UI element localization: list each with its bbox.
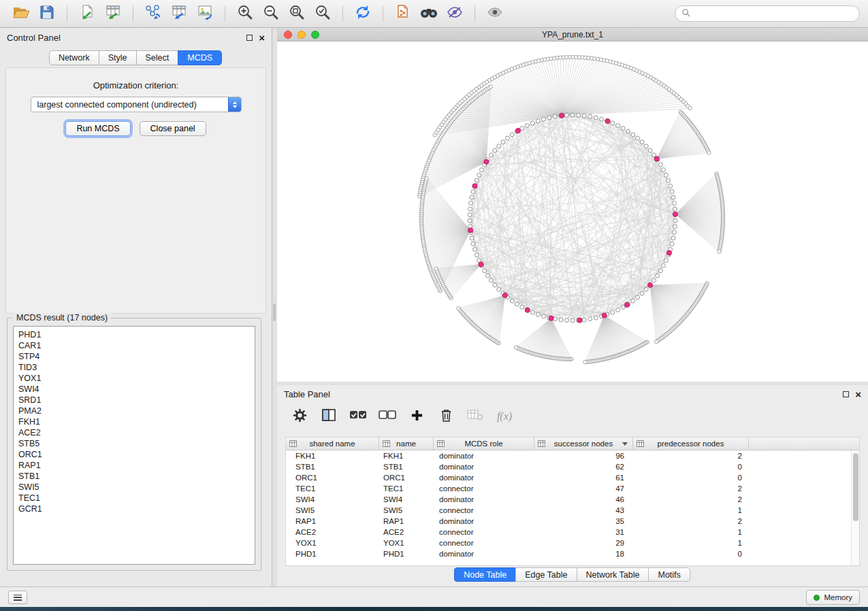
show-hide-button[interactable]: [483, 3, 507, 24]
import-file-button[interactable]: [76, 3, 99, 24]
status-menu-button[interactable]: [8, 591, 27, 604]
mcds-result-item[interactable]: SWI4: [18, 384, 250, 395]
tab-style[interactable]: Style: [99, 50, 137, 65]
open-file-button[interactable]: [10, 3, 33, 24]
column-header-predecessor-nodes[interactable]: predecessor nodes: [633, 437, 749, 450]
mcds-result-item[interactable]: TEC1: [18, 493, 250, 503]
mcds-result-list[interactable]: PHD1CAR1STP4TID3YOX1SWI4SRD1PMA2FKH1ACE2…: [13, 326, 255, 565]
function-builder-button[interactable]: f(x): [493, 406, 516, 427]
control-panel: Control Panel × Network Style Select MCD…: [0, 28, 272, 587]
column-header-shared-name[interactable]: shared name: [286, 437, 379, 450]
mcds-result-item[interactable]: YOX1: [18, 373, 250, 384]
mcds-result-item[interactable]: FKH1: [18, 416, 250, 427]
table-row[interactable]: FKH1FKH1dominator962: [286, 450, 859, 461]
table-row[interactable]: TEC1TEC1connector472: [286, 483, 859, 494]
gear-icon: [293, 408, 307, 425]
table-row[interactable]: STB1STB1dominator620: [286, 461, 859, 472]
minimize-window-button[interactable]: [298, 31, 306, 39]
control-panel-header: Control Panel ×: [0, 28, 272, 47]
table-row[interactable]: SWI4SWI4dominator462: [286, 494, 859, 505]
column-header-successor-nodes[interactable]: successor nodes: [534, 437, 633, 450]
mcds-result-item[interactable]: ORC1: [18, 449, 250, 460]
run-mcds-button[interactable]: Run MCDS: [65, 121, 130, 136]
search-box[interactable]: [675, 5, 860, 22]
table-scrollbar[interactable]: [851, 450, 859, 565]
table-cell: ORC1: [286, 474, 379, 482]
mcds-result-item[interactable]: SWI5: [18, 482, 250, 493]
import-network-table-button[interactable]: [167, 3, 191, 24]
mcds-result-item[interactable]: PHD1: [18, 329, 250, 340]
zoom-selected-button[interactable]: [311, 3, 334, 24]
column-grid-icon: [637, 440, 644, 448]
table-cell: 1: [633, 528, 749, 536]
mcds-result-item[interactable]: GCR1: [18, 503, 250, 514]
import-network-image-button[interactable]: [193, 3, 216, 24]
scrollbar-thumb[interactable]: [853, 453, 858, 521]
search-network-button[interactable]: [417, 3, 440, 24]
delete-rows-button[interactable]: [434, 406, 457, 427]
splitter-handle[interactable]: [273, 303, 276, 321]
mcds-result-item[interactable]: SRD1: [18, 395, 250, 406]
refresh-icon: [355, 5, 371, 22]
save-session-button[interactable]: [35, 3, 59, 24]
filter-button[interactable]: [443, 3, 466, 24]
column-header-name[interactable]: name: [379, 437, 434, 450]
select-all-button[interactable]: [347, 406, 370, 427]
table-row[interactable]: SWI5SWI5connector431: [286, 505, 859, 516]
search-input[interactable]: [694, 9, 853, 18]
table-row[interactable]: RAP1RAP1dominator352: [286, 516, 859, 527]
mcds-result-item[interactable]: RAP1: [18, 460, 250, 471]
optimization-criterion-label: Optimization criterion:: [6, 80, 266, 90]
mcds-result-item[interactable]: ACE2: [18, 427, 250, 438]
close-panel-icon[interactable]: ×: [259, 33, 265, 43]
tab-node-table[interactable]: Node Table: [454, 567, 516, 582]
memory-button[interactable]: Memory: [806, 590, 860, 605]
tab-select[interactable]: Select: [136, 50, 179, 65]
add-row-button[interactable]: [405, 406, 428, 427]
close-window-button[interactable]: [284, 31, 292, 39]
network-titlebar[interactable]: YPA_prune.txt_1: [277, 28, 868, 42]
filter-eye-icon: [447, 6, 463, 21]
import-network-button[interactable]: [142, 3, 165, 24]
zoom-out-button[interactable]: [259, 3, 283, 24]
deselect-all-button[interactable]: [376, 406, 399, 427]
table-row[interactable]: YOX1YOX1connector291: [286, 538, 859, 548]
network-graph[interactable]: [277, 42, 868, 382]
zoom-in-button[interactable]: [234, 3, 257, 24]
vertical-splitter[interactable]: [272, 28, 277, 587]
delete-table-button[interactable]: [464, 406, 487, 427]
criterion-dropdown[interactable]: largest connected component (undirected): [31, 97, 242, 112]
save-icon: [40, 5, 54, 22]
import-table-button[interactable]: [101, 3, 125, 24]
refresh-network-button[interactable]: [351, 3, 374, 24]
network-canvas[interactable]: [277, 42, 868, 382]
tab-network-table[interactable]: Network Table: [577, 567, 649, 582]
zoom-fit-button[interactable]: [285, 3, 308, 24]
mcds-result-item[interactable]: PMA2: [18, 406, 250, 416]
table-cell: STB1: [379, 463, 434, 471]
mcds-result-item[interactable]: STB5: [18, 438, 250, 449]
tab-edge-table[interactable]: Edge Table: [515, 567, 577, 582]
close-table-panel-icon[interactable]: ×: [855, 389, 861, 399]
mcds-options-panel: Optimization criterion: largest connecte…: [5, 67, 266, 314]
mcds-result-item[interactable]: STB1: [18, 471, 250, 482]
table-row[interactable]: PHD1PHD1dominator180: [286, 548, 859, 559]
tab-mcds[interactable]: MCDS: [178, 50, 222, 65]
close-panel-button[interactable]: Close panel: [140, 121, 206, 136]
copy-network-button[interactable]: [391, 3, 415, 24]
tab-motifs[interactable]: Motifs: [648, 567, 690, 582]
float-panel-icon[interactable]: [246, 35, 253, 41]
table-row[interactable]: ORC1ORC1dominator610: [286, 472, 859, 483]
column-header-mcds-role[interactable]: MCDS role: [434, 437, 534, 450]
maximize-window-button[interactable]: [311, 31, 319, 39]
mcds-result-item[interactable]: TID3: [18, 362, 250, 373]
float-table-panel-icon[interactable]: [843, 391, 849, 397]
tab-network[interactable]: Network: [49, 50, 99, 65]
sort-chevron-icon[interactable]: [622, 442, 628, 446]
settings-gear-button[interactable]: [288, 406, 311, 427]
column-header-filler: [749, 437, 859, 450]
mcds-result-item[interactable]: CAR1: [18, 340, 250, 351]
table-row[interactable]: ACE2ACE2connector311: [286, 527, 859, 538]
mcds-result-item[interactable]: STP4: [18, 351, 250, 362]
show-columns-button[interactable]: [317, 406, 340, 427]
